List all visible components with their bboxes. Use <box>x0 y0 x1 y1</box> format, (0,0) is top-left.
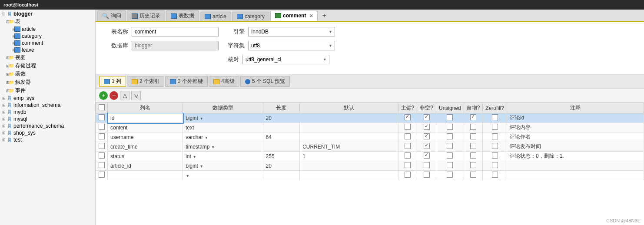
tab-tabledata[interactable]: 表数据 <box>166 10 199 21</box>
expand-icon[interactable]: ⊞ <box>2 41 14 45</box>
engine-select[interactable]: InnoDB <box>248 27 335 36</box>
unsigned-checkbox[interactable] <box>447 172 453 178</box>
sidebar-item-category[interactable]: ⊞ category <box>0 33 95 40</box>
row-checkbox[interactable] <box>99 152 105 159</box>
tab-article[interactable]: article <box>200 12 231 21</box>
col-name[interactable] <box>108 171 183 180</box>
select-all-checkbox[interactable] <box>99 104 105 110</box>
expand-icon[interactable]: ⊞ <box>2 110 6 114</box>
autoincrement-checkbox[interactable] <box>470 143 476 149</box>
unsigned-checkbox[interactable] <box>447 152 453 159</box>
notnull-checkbox[interactable] <box>424 114 430 120</box>
expand-icon[interactable]: ⊟ <box>2 12 6 16</box>
sidebar-item-mydb[interactable]: ⊞ 🗄 mydb <box>0 109 95 116</box>
unsigned-checkbox[interactable] <box>447 114 453 120</box>
unsigned-checkbox[interactable] <box>447 133 453 139</box>
expand-icon[interactable]: ⊞ <box>2 80 8 85</box>
zerofill-checkbox[interactable] <box>492 152 498 159</box>
row-checkbox[interactable] <box>99 172 105 178</box>
expand-icon[interactable]: ⊞ <box>2 72 8 76</box>
unsigned-checkbox[interactable] <box>447 162 453 168</box>
col-name[interactable]: create_time <box>108 142 183 152</box>
sidebar-item-perfschema[interactable]: ⊞ 🗄 performance_schema <box>0 122 95 129</box>
inner-tab-columns[interactable]: 1 列 <box>99 76 126 87</box>
unsigned-checkbox[interactable] <box>447 124 453 130</box>
zerofill-checkbox[interactable] <box>492 114 498 120</box>
pk-checkbox[interactable] <box>405 124 411 130</box>
move-down-button[interactable]: ▽ <box>131 91 141 100</box>
expand-icon[interactable]: ⊞ <box>2 103 6 107</box>
notnull-checkbox[interactable] <box>424 143 430 149</box>
table-name-input[interactable] <box>132 27 219 36</box>
collation-select[interactable]: utf8_general_ci <box>242 55 329 64</box>
charset-select[interactable]: utf8 <box>248 41 335 50</box>
add-row-button[interactable]: + <box>99 91 108 100</box>
sidebar-item-functions[interactable]: ⊞ 📁 函数 <box>0 70 95 78</box>
row-checkbox[interactable] <box>99 114 105 120</box>
header-checkbox[interactable] <box>96 103 108 113</box>
sidebar-item-shopsys[interactable]: ⊞ 🗄 shop_sys <box>0 129 95 136</box>
autoincrement-checkbox[interactable] <box>470 172 476 178</box>
expand-icon[interactable]: ⊞ <box>2 34 14 38</box>
pk-checkbox[interactable] <box>405 143 411 149</box>
inner-tab-advanced[interactable]: 4高级 <box>209 76 239 87</box>
inner-tab-foreignkeys[interactable]: 3 个外部键 <box>165 76 208 87</box>
expand-icon[interactable]: ⊟ <box>2 20 8 24</box>
pk-checkbox[interactable] <box>405 114 411 120</box>
autoincrement-checkbox[interactable] <box>470 124 476 130</box>
unsigned-checkbox[interactable] <box>447 143 453 149</box>
expand-icon[interactable]: ⊞ <box>2 96 6 100</box>
sidebar-item-triggers[interactable]: ⊞ 📁 触发器 <box>0 78 95 86</box>
delete-row-button[interactable]: − <box>110 91 118 100</box>
sidebar-item-infoschema[interactable]: ⊞ 🗄 information_schema <box>0 102 95 109</box>
notnull-checkbox[interactable] <box>424 133 430 139</box>
col-name[interactable]: content <box>108 123 183 132</box>
add-tab-button[interactable]: + <box>319 10 329 21</box>
zerofill-checkbox[interactable] <box>492 172 498 178</box>
autoincrement-checkbox[interactable] <box>470 114 476 120</box>
sidebar-item-blogger[interactable]: ⊟ 🗄 blogger <box>0 10 95 17</box>
row-checkbox[interactable] <box>99 143 105 149</box>
tab-comment[interactable]: comment ✕ <box>270 11 318 21</box>
move-up-button[interactable]: △ <box>120 91 129 100</box>
pk-checkbox[interactable] <box>405 152 411 159</box>
autoincrement-checkbox[interactable] <box>470 162 476 168</box>
tab-history[interactable]: 历史记录 <box>127 10 165 21</box>
notnull-checkbox[interactable] <box>424 152 430 159</box>
autoincrement-checkbox[interactable] <box>470 133 476 139</box>
row-checkbox[interactable] <box>99 133 105 139</box>
pk-checkbox[interactable] <box>405 162 411 168</box>
inner-tab-indexes[interactable]: 2 个索引 <box>127 76 164 87</box>
col-name[interactable]: id <box>108 113 183 123</box>
sidebar-item-mysql[interactable]: ⊞ 🗄 mysql <box>0 116 95 122</box>
zerofill-checkbox[interactable] <box>492 133 498 139</box>
row-checkbox[interactable] <box>99 124 105 130</box>
sidebar-item-events[interactable]: ⊞ 📁 事件 <box>0 86 95 95</box>
sidebar-item-tables[interactable]: ⊟ 📁 表 <box>0 17 95 26</box>
expand-icon[interactable]: ⊞ <box>2 131 6 135</box>
tab-category[interactable]: category <box>232 12 269 21</box>
sidebar-item-procedures[interactable]: ⊞ 📁 存储过程 <box>0 62 95 70</box>
tab-query[interactable]: 🔍 询问 <box>97 10 126 21</box>
expand-icon[interactable]: ⊞ <box>2 89 8 93</box>
zerofill-checkbox[interactable] <box>492 143 498 149</box>
pk-checkbox[interactable] <box>405 172 411 178</box>
expand-icon[interactable]: ⊞ <box>2 48 14 52</box>
pk-checkbox[interactable] <box>405 133 411 139</box>
col-name[interactable]: status <box>108 152 183 161</box>
row-checkbox[interactable] <box>99 162 105 168</box>
zerofill-checkbox[interactable] <box>492 124 498 130</box>
sidebar-item-views[interactable]: ⊞ 📁 视图 <box>0 53 95 62</box>
expand-icon[interactable]: ⊞ <box>2 117 6 121</box>
expand-icon[interactable]: ⊞ <box>2 138 6 142</box>
expand-icon[interactable]: ⊞ <box>2 27 14 31</box>
notnull-checkbox[interactable] <box>424 162 430 168</box>
expand-icon[interactable]: ⊞ <box>2 56 8 60</box>
zerofill-checkbox[interactable] <box>492 162 498 168</box>
inner-tab-sqlpreview[interactable]: 5 个 SQL 预览 <box>240 76 290 87</box>
notnull-checkbox[interactable] <box>424 172 430 178</box>
sidebar-item-comment[interactable]: ⊞ comment <box>0 40 95 46</box>
expand-icon[interactable]: ⊞ <box>2 64 8 68</box>
col-name[interactable]: username <box>108 132 183 142</box>
sidebar-item-article[interactable]: ⊞ article <box>0 26 95 33</box>
